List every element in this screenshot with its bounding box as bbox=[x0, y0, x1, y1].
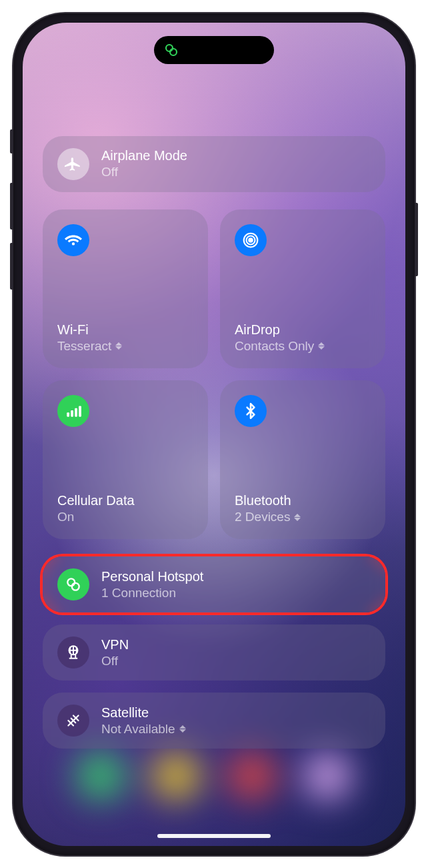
svg-rect-6 bbox=[71, 410, 73, 417]
airplane-icon bbox=[57, 148, 89, 180]
chevron-updown-icon bbox=[294, 514, 301, 521]
airplane-title: Airplane Mode bbox=[101, 148, 187, 163]
satellite-icon bbox=[57, 705, 89, 737]
satellite-subtitle: Not Available bbox=[101, 722, 186, 737]
airplane-subtitle: Off bbox=[101, 165, 187, 179]
wifi-icon bbox=[57, 224, 89, 256]
bluetooth-icon bbox=[235, 395, 267, 427]
wifi-title: Wi-Fi bbox=[57, 322, 193, 338]
cellular-icon bbox=[57, 395, 89, 427]
wifi-tile[interactable]: Wi-Fi Tesseract bbox=[43, 209, 208, 368]
svg-rect-5 bbox=[67, 412, 69, 417]
vpn-icon bbox=[57, 636, 89, 669]
chevron-updown-icon bbox=[318, 342, 325, 350]
control-center: Airplane Mode Off Wi-Fi Tesseract bbox=[23, 23, 405, 846]
airdrop-icon bbox=[235, 224, 267, 256]
phone-frame: Airplane Mode Off Wi-Fi Tesseract bbox=[13, 13, 415, 855]
svg-point-10 bbox=[72, 583, 79, 590]
hotspot-tile[interactable]: Personal Hotspot 1 Connection bbox=[43, 556, 385, 612]
satellite-title: Satellite bbox=[101, 705, 186, 721]
airplane-mode-tile[interactable]: Airplane Mode Off bbox=[43, 136, 385, 192]
hotspot-title: Personal Hotspot bbox=[101, 569, 203, 584]
hotspot-icon bbox=[57, 568, 89, 600]
chevron-updown-icon bbox=[179, 725, 186, 733]
svg-point-9 bbox=[67, 579, 75, 586]
wifi-subtitle: Tesseract bbox=[57, 339, 193, 354]
hotspot-subtitle: 1 Connection bbox=[101, 586, 203, 600]
airdrop-title: AirDrop bbox=[235, 322, 371, 338]
satellite-tile[interactable]: Satellite Not Available bbox=[43, 693, 385, 749]
airdrop-tile[interactable]: AirDrop Contacts Only bbox=[220, 209, 385, 368]
screen: Airplane Mode Off Wi-Fi Tesseract bbox=[23, 23, 405, 846]
svg-point-2 bbox=[249, 238, 252, 242]
chevron-updown-icon bbox=[115, 342, 122, 350]
bluetooth-title: Bluetooth bbox=[235, 493, 371, 508]
cellular-title: Cellular Data bbox=[57, 493, 193, 508]
vpn-tile[interactable]: VPN Off bbox=[43, 624, 385, 681]
vpn-title: VPN bbox=[101, 637, 129, 653]
home-indicator[interactable] bbox=[157, 834, 271, 838]
cellular-subtitle: On bbox=[57, 510, 193, 524]
bluetooth-subtitle: 2 Devices bbox=[235, 510, 371, 524]
vpn-subtitle: Off bbox=[101, 654, 129, 669]
svg-rect-7 bbox=[75, 408, 77, 417]
highlight-box: Personal Hotspot 1 Connection bbox=[43, 556, 385, 612]
airdrop-subtitle: Contacts Only bbox=[235, 339, 371, 354]
svg-rect-8 bbox=[79, 406, 81, 416]
cellular-tile[interactable]: Cellular Data On bbox=[43, 380, 208, 539]
connectivity-grid: Wi-Fi Tesseract AirDrop Contacts Only bbox=[43, 209, 385, 540]
bluetooth-tile[interactable]: Bluetooth 2 Devices bbox=[220, 380, 385, 539]
